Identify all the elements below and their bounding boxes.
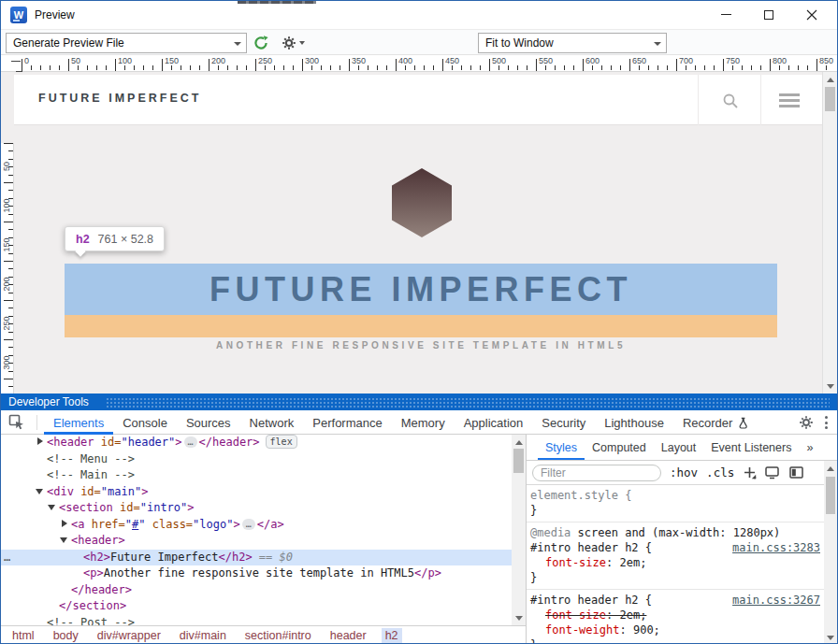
dom-tree-row[interactable]: <!-- Main --> xyxy=(1,467,512,484)
flex-badge[interactable]: flex xyxy=(266,435,297,449)
menu-icon[interactable] xyxy=(779,93,800,110)
rendering-emulation-icon[interactable] xyxy=(765,465,781,479)
tab-sources[interactable]: Sources xyxy=(177,410,240,435)
breadcrumb-item-html[interactable]: html xyxy=(8,628,38,643)
tab-recorder[interactable]: Recorder xyxy=(673,410,759,435)
styles-scrollbar[interactable] xyxy=(824,461,837,644)
dom-tree-row[interactable]: <p>Another fine responsive site template… xyxy=(1,565,512,582)
dom-tree-row[interactable]: <!-- Menu --> xyxy=(1,451,512,468)
expand-arrow-icon[interactable] xyxy=(60,519,71,528)
css-rule-line[interactable]: @media screen and (max-width: 1280px) xyxy=(530,525,820,540)
scrollbar-thumb[interactable] xyxy=(513,449,524,473)
tab-application[interactable]: Application xyxy=(455,410,533,435)
css-rule-line[interactable]: #intro header h2 {main.css:3283 xyxy=(530,540,820,555)
dom-tree-row[interactable]: <section id="intro"> xyxy=(1,500,512,517)
tab-network[interactable]: Network xyxy=(240,410,304,435)
dom-tree-row[interactable]: …<h2>Future Imperfect</h2> == $0 xyxy=(1,550,512,566)
code-token: } xyxy=(530,504,537,517)
styles-filter-input[interactable] xyxy=(532,465,661,481)
dom-tree-row[interactable]: </header> xyxy=(1,582,512,599)
collapse-arrow-icon[interactable] xyxy=(48,502,59,511)
sidebar-tab-event-listeners[interactable]: Event Listeners xyxy=(703,435,799,460)
sidebar-tab-layout[interactable]: Layout xyxy=(654,435,704,460)
breadcrumb-item-div-main[interactable]: div#main xyxy=(176,628,230,643)
sidebar-tab-styles[interactable]: Styles xyxy=(538,435,585,460)
scrollbar-thumb[interactable] xyxy=(826,477,835,514)
sidebar-tab-computed[interactable]: Computed xyxy=(585,435,654,460)
settings-button[interactable] xyxy=(282,36,305,50)
breadcrumb-item-section-intro[interactable]: section#intro xyxy=(241,628,315,643)
scrollbar-thumb[interactable] xyxy=(825,87,835,111)
preview-scrollbar[interactable] xyxy=(822,72,837,394)
tab-console[interactable]: Console xyxy=(113,410,177,435)
stylesheet-source-link[interactable]: main.css:3283 xyxy=(721,540,820,555)
dom-tree-row[interactable]: <a href="#" class="logo">…</a> xyxy=(1,517,512,534)
code-token: == $0 xyxy=(253,551,293,564)
sidebar-tab-label: Event Listeners xyxy=(711,441,791,454)
inspect-element-icon[interactable] xyxy=(8,414,25,431)
css-rule-line[interactable]: font-weight: 900; xyxy=(530,623,820,637)
css-rule-line[interactable]: font-size: 2em; xyxy=(530,608,820,623)
code-token: > xyxy=(175,436,181,449)
devtools-titlebar[interactable]: Developer Tools xyxy=(1,394,837,410)
css-rule-line[interactable]: } xyxy=(530,637,820,644)
css-rule-line[interactable]: #intro header h2 {main.css:3267 xyxy=(530,593,820,608)
scroll-up-icon[interactable] xyxy=(512,435,526,450)
refresh-button[interactable] xyxy=(253,35,269,55)
scroll-up-icon[interactable] xyxy=(824,461,837,476)
scroll-up-icon[interactable] xyxy=(823,72,837,87)
dom-tree-row[interactable]: </section> xyxy=(1,598,512,615)
row-actions-icon[interactable]: … xyxy=(4,550,9,566)
minimize-button[interactable] xyxy=(704,1,747,28)
expand-arrow-icon[interactable] xyxy=(36,436,47,446)
site-hexagon-logo[interactable] xyxy=(392,168,452,237)
breadcrumb-item-div-wrapper[interactable]: div#wrapper xyxy=(94,628,165,643)
scroll-down-icon[interactable] xyxy=(823,379,837,394)
app-icon: W xyxy=(10,7,27,23)
collapsed-content-icon[interactable]: … xyxy=(242,519,255,530)
css-rule-line[interactable]: element.style { xyxy=(530,488,820,503)
breadcrumb-item-header[interactable]: header xyxy=(326,628,370,643)
scroll-down-icon[interactable] xyxy=(824,630,837,644)
css-rule-line[interactable]: } xyxy=(530,503,820,518)
close-button[interactable] xyxy=(790,1,833,28)
breadcrumb-item-body[interactable]: body xyxy=(50,628,82,643)
dom-tree-row[interactable]: <div id="main"> xyxy=(1,484,512,501)
site-logo[interactable]: FUTURE IMPERFECT xyxy=(38,92,201,105)
ruler-tick xyxy=(106,65,107,70)
tab-elements[interactable]: Elements xyxy=(44,410,113,435)
breadcrumb-item-h2[interactable]: h2 xyxy=(382,628,402,643)
ruler-tick xyxy=(124,65,125,70)
css-rule-line[interactable]: font-size: 2em; xyxy=(530,555,820,570)
css-rule-line[interactable]: } xyxy=(530,570,820,585)
tab-lighthouse[interactable]: Lighthouse xyxy=(595,410,673,435)
sidebar-tab-more[interactable]: » xyxy=(799,435,820,460)
dom-tree-row[interactable]: <header id="header">…</header>flex xyxy=(1,435,512,451)
new-style-rule-button[interactable] xyxy=(743,465,757,479)
ruler-tick xyxy=(283,65,284,70)
toggle-hover-state-button[interactable]: :hov xyxy=(670,465,698,479)
code-token: > xyxy=(141,485,148,498)
collapsed-content-icon[interactable]: … xyxy=(184,436,197,448)
elements-scrollbar[interactable] xyxy=(512,435,526,625)
tab-memory[interactable]: Memory xyxy=(392,410,455,435)
dom-tree-row[interactable]: <!-- Post --> xyxy=(1,615,512,626)
search-icon[interactable] xyxy=(722,93,739,109)
sidebar-layout-icon[interactable] xyxy=(789,466,804,479)
tab-performance[interactable]: Performance xyxy=(303,410,391,435)
dom-tree-row[interactable]: <header> xyxy=(1,533,512,550)
collapse-arrow-icon[interactable] xyxy=(36,486,47,495)
generate-preview-combobox[interactable]: Generate Preview File xyxy=(6,33,247,53)
css-text: #intro header h2 { xyxy=(530,593,652,608)
scroll-down-icon[interactable] xyxy=(512,610,526,625)
stylesheet-source-link[interactable]: main.css:3267 xyxy=(721,593,820,608)
devtools-menu-icon[interactable] xyxy=(823,414,830,431)
toggle-class-button[interactable]: .cls xyxy=(706,465,734,479)
maximize-button[interactable] xyxy=(747,1,790,28)
collapse-arrow-icon[interactable] xyxy=(60,535,71,544)
tab-security[interactable]: Security xyxy=(532,410,595,435)
ruler-tick xyxy=(209,59,210,71)
zoom-combobox[interactable]: Fit to Window xyxy=(478,33,667,53)
tree-indent-spacer xyxy=(36,453,47,463)
devtools-settings-icon[interactable] xyxy=(799,415,814,430)
